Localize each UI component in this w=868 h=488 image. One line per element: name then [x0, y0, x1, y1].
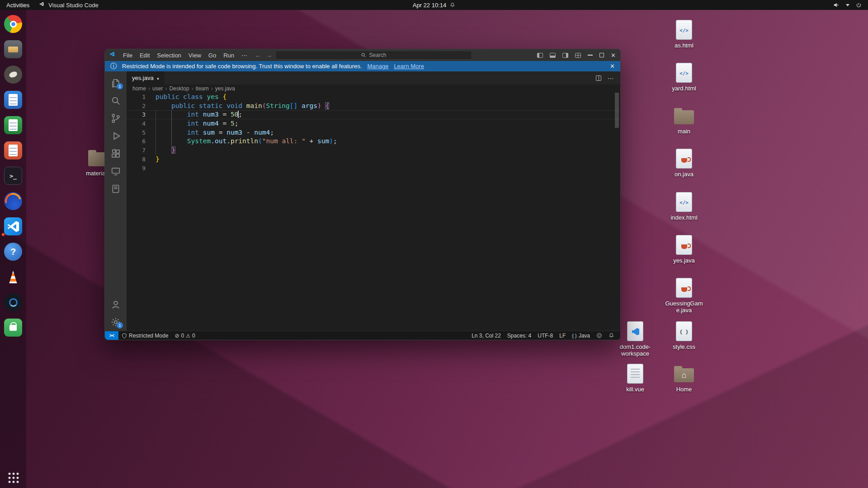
settings-gear-icon[interactable]: 1	[105, 313, 127, 331]
code-line-4[interactable]: 4 int num4 = 5;	[127, 119, 620, 128]
dock-impress-icon[interactable]	[0, 138, 26, 163]
restricted-mode-status[interactable]: Restricted Mode	[118, 331, 171, 340]
code-token	[156, 146, 171, 154]
toggle-sidebar-left-icon[interactable]	[537, 53, 543, 58]
code-token: }	[156, 155, 160, 163]
eol-status[interactable]: LF	[556, 331, 569, 340]
code-line-2[interactable]: 2 public static void main(String[] args)…	[127, 102, 620, 111]
indentation-status[interactable]: Spaces: 4	[504, 331, 534, 340]
menu-go[interactable]: Go	[205, 52, 220, 59]
dock-firefox-icon[interactable]	[0, 188, 26, 214]
code-token: .	[226, 137, 231, 145]
menu-selection[interactable]: Selection	[153, 52, 184, 59]
dock-vlc-icon[interactable]	[0, 264, 26, 290]
dock-chrome-icon[interactable]	[0, 11, 26, 37]
desktop-icon-yard-html[interactable]: yard.html	[664, 62, 704, 92]
customize-layout-icon[interactable]	[575, 53, 581, 58]
search-box[interactable]: Search	[275, 51, 472, 60]
editor[interactable]: 1public class yes {2 public static void …	[127, 93, 620, 331]
search-view-icon[interactable]	[105, 92, 127, 109]
desktop-icon-main-folder[interactable]: main	[664, 105, 704, 135]
settings-badge: 1	[117, 322, 123, 328]
menu-run[interactable]: Run	[220, 52, 238, 59]
desktop-icon-on-java[interactable]: on.java	[664, 148, 704, 178]
split-editor-icon[interactable]	[596, 75, 601, 81]
code-line-9[interactable]: 9	[127, 164, 620, 173]
menu-file[interactable]: File	[119, 52, 136, 59]
cursor-position-status[interactable]: Ln 3, Col 22	[468, 331, 504, 340]
desktop-icon-style-css[interactable]: style.css	[664, 320, 704, 350]
toggle-panel-icon[interactable]	[550, 53, 556, 58]
remote-indicator-button[interactable]	[105, 331, 118, 340]
breadcrumb-separator-icon: ›	[211, 85, 213, 92]
dock-help-icon[interactable]	[0, 239, 26, 264]
accounts-icon[interactable]	[105, 296, 127, 313]
run-debug-icon[interactable]	[105, 127, 127, 145]
editor-scrollbar[interactable]	[615, 93, 619, 128]
desktop-icon-home[interactable]: Home	[664, 363, 704, 393]
language-mode-status[interactable]: Java	[569, 331, 593, 340]
code-line-5[interactable]: 5 int sum = num3 - num4;	[127, 128, 620, 137]
dock-terminal-icon[interactable]	[0, 163, 26, 188]
problems-status[interactable]: 0 0	[171, 331, 198, 340]
code-token	[156, 137, 187, 145]
code-token: void	[226, 102, 246, 109]
remote-explorer-icon[interactable]	[105, 162, 127, 180]
banner-manage-link[interactable]: Manage	[367, 63, 388, 70]
breadcrumb-item[interactable]: home	[132, 85, 146, 92]
menu-view[interactable]: View	[185, 52, 205, 59]
desktop-icon-dom1-code-workspace[interactable]: dom1.code-workspace	[615, 320, 656, 357]
forward-button[interactable]	[266, 52, 272, 59]
dock-dark-app-icon[interactable]	[0, 290, 26, 315]
maximize-button[interactable]	[599, 53, 604, 57]
shield-icon	[122, 333, 127, 338]
dock-files-icon[interactable]	[0, 37, 26, 62]
dock-writer-icon[interactable]	[0, 87, 26, 113]
dock-software-icon[interactable]	[0, 315, 26, 340]
banner-learn-more-link[interactable]: Learn More	[394, 63, 424, 70]
back-button[interactable]	[255, 52, 261, 59]
menu-edit[interactable]: Edit	[136, 52, 153, 59]
desktop-icon-as-html[interactable]: as.html	[664, 19, 704, 49]
modified-dot-icon[interactable]	[157, 75, 159, 81]
minimize-button[interactable]	[588, 55, 593, 56]
source-control-icon[interactable]	[105, 109, 127, 127]
code-line-7[interactable]: 7 }	[127, 146, 620, 155]
code-token: args	[297, 102, 317, 109]
editor-more-actions-icon[interactable]	[608, 75, 614, 82]
desktop-icon-index-html[interactable]: index.html	[664, 191, 704, 221]
breadcrumb-item[interactable]: yes.java	[215, 85, 235, 92]
activities-button[interactable]: Activities	[0, 0, 36, 10]
desktop-icon-yes-java[interactable]: yes.java	[664, 234, 704, 264]
dock-vscode-icon[interactable]	[0, 214, 26, 239]
dock-gimp-icon[interactable]	[0, 62, 26, 87]
dock-calc-icon[interactable]	[0, 113, 26, 138]
custom-view-icon[interactable]	[105, 180, 127, 197]
close-button[interactable]	[611, 52, 616, 58]
breadcrumb-item[interactable]: Desktop	[169, 85, 189, 92]
focused-app-indicator[interactable]: Visual Studio Code	[36, 2, 102, 9]
breadcrumb-item[interactable]: iteam	[195, 85, 208, 92]
banner-close-icon[interactable]	[610, 63, 615, 70]
encoding-status[interactable]: UTF-8	[534, 331, 556, 340]
desktop-icon-guessinggame-java[interactable]: GuessingGame.java	[664, 277, 704, 314]
more-menus-icon[interactable]	[238, 52, 251, 59]
code-line-3[interactable]: 3 int num3 = 50;	[127, 110, 620, 119]
explorer-icon[interactable]: 1	[105, 74, 127, 92]
extensions-icon[interactable]	[105, 145, 127, 162]
code-line-1[interactable]: 1public class yes {	[127, 93, 620, 102]
feedback-smiley-icon[interactable]	[593, 331, 605, 340]
desktop-icon-kill-vue[interactable]: kill.vue	[615, 363, 656, 393]
show-applications-button[interactable]	[7, 471, 19, 483]
system-tray[interactable]	[833, 0, 868, 10]
code-token: num3	[203, 111, 219, 118]
tab-yes-java[interactable]: yes.java	[127, 71, 165, 84]
vscode-menu-icon[interactable]	[109, 52, 117, 59]
breadcrumb-item[interactable]: user	[152, 85, 163, 92]
clock-button[interactable]: Apr 22 10:14	[413, 0, 455, 10]
code-line-8[interactable]: 8}	[127, 155, 620, 164]
line-number: 7	[127, 146, 146, 155]
code-line-6[interactable]: 6 System.out.println("num all: " + sum);	[127, 137, 620, 146]
notifications-bell-icon[interactable]	[605, 331, 618, 340]
toggle-sidebar-right-icon[interactable]	[562, 53, 568, 58]
